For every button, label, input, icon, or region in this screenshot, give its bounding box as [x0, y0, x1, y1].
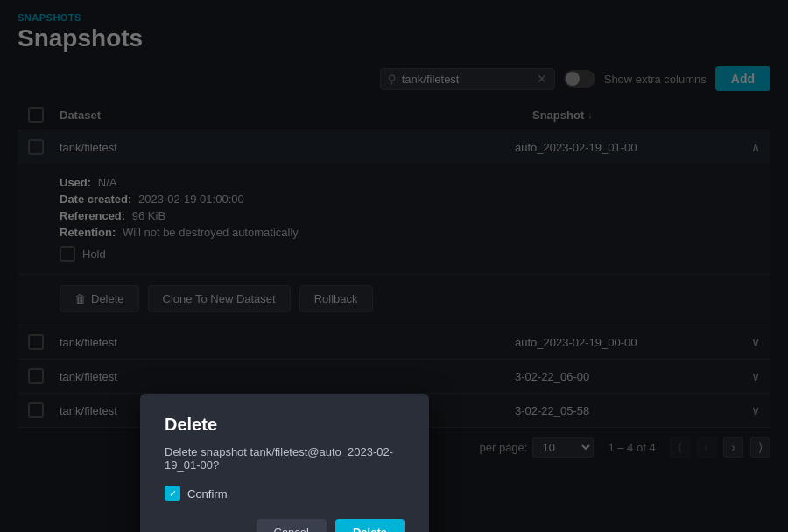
delete-modal-overlay: Delete Delete snapshot tank/filetest@aut… — [0, 0, 788, 532]
modal-description: Delete snapshot tank/filetest@auto_2023-… — [165, 445, 405, 472]
modal-confirm-checkbox[interactable] — [165, 486, 180, 501]
modal-title: Delete — [165, 415, 405, 435]
modal-confirm-label: Confirm — [187, 487, 228, 500]
modal-delete-button[interactable]: Delete — [335, 519, 405, 532]
delete-modal: Delete Delete snapshot tank/filetest@aut… — [140, 394, 429, 532]
modal-cancel-button[interactable]: Cancel — [257, 519, 327, 532]
modal-confirm-row: Confirm — [165, 486, 405, 501]
modal-actions: Cancel Delete — [165, 519, 405, 532]
